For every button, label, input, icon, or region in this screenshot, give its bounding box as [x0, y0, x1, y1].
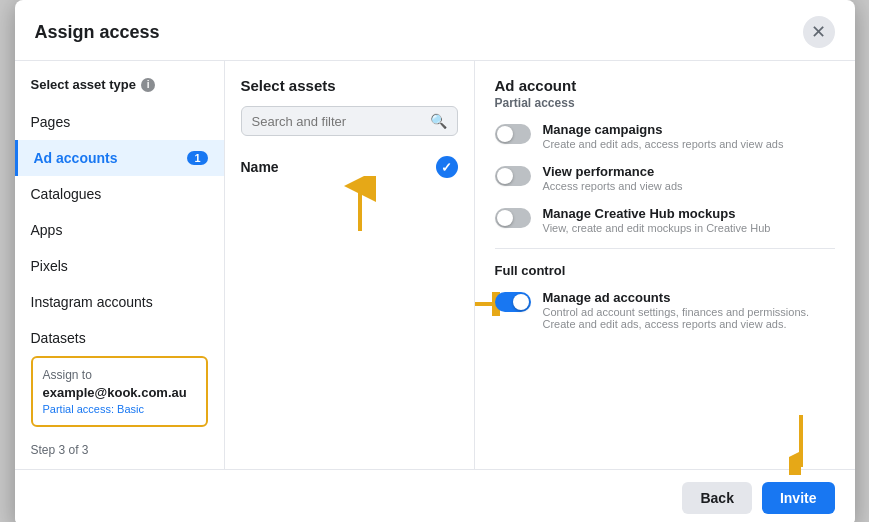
back-button[interactable]: Back: [682, 482, 751, 514]
permission-manage-campaigns: Manage campaigns Create and edit ads, ac…: [495, 122, 835, 150]
permission-view-performance: View performance Access reports and view…: [495, 164, 835, 192]
sidebar-item-pixels[interactable]: Pixels: [15, 248, 224, 284]
info-icon: i: [141, 78, 155, 92]
name-column-label: Name: [241, 159, 279, 175]
sidebar-item-ad-accounts[interactable]: Ad accounts 1: [15, 140, 224, 176]
left-panel: Select asset type i Pages Ad accounts 1 …: [15, 61, 225, 469]
sidebar-item-instagram[interactable]: Instagram accounts: [15, 284, 224, 320]
asset-type-label: Select asset type i: [15, 77, 224, 104]
perm-name-view-performance: View performance: [543, 164, 683, 179]
annotation-arrow-up: [340, 176, 380, 231]
assign-label: Assign to: [43, 368, 196, 382]
perm-desc-view-performance: Access reports and view ads: [543, 180, 683, 192]
assign-box: Assign to example@kook.com.au Partial ac…: [31, 356, 208, 427]
checkmark-icon: ✓: [436, 156, 458, 178]
perm-name-creative-hub: Manage Creative Hub mockups: [543, 206, 771, 221]
name-row: Name ✓: [225, 148, 474, 186]
sidebar-item-catalogues[interactable]: Catalogues: [15, 176, 224, 212]
perm-name-manage-ad-accounts: Manage ad accounts: [543, 290, 835, 305]
toggle-manage-campaigns[interactable]: [495, 124, 531, 144]
close-button[interactable]: ✕: [803, 16, 835, 48]
modal-title: Assign access: [35, 22, 160, 43]
toggle-manage-ad-accounts[interactable]: [495, 292, 531, 312]
search-input[interactable]: [252, 114, 430, 129]
annotation-arrow-down: [789, 415, 813, 475]
divider: [495, 248, 835, 249]
perm-name-manage-campaigns: Manage campaigns: [543, 122, 784, 137]
sidebar-item-apps[interactable]: Apps: [15, 212, 224, 248]
ad-account-title: Ad account: [495, 77, 835, 94]
toggle-creative-hub[interactable]: [495, 208, 531, 228]
modal: Assign access ✕ Select asset type i Page…: [15, 0, 855, 522]
search-icon: 🔍: [430, 113, 447, 129]
right-panel: Ad account Partial access Manage campaig…: [475, 61, 855, 469]
invite-button[interactable]: Invite: [762, 482, 835, 514]
sidebar-item-pages[interactable]: Pages: [15, 104, 224, 140]
perm-desc-manage-ad-accounts: Control ad account settings, finances an…: [543, 306, 835, 330]
modal-header: Assign access ✕: [15, 0, 855, 61]
full-control-label: Full control: [495, 263, 835, 278]
close-icon: ✕: [811, 21, 826, 43]
perm-desc-creative-hub: View, create and edit mockups in Creativ…: [543, 222, 771, 234]
select-assets-title: Select assets: [225, 77, 474, 106]
ad-accounts-badge: 1: [187, 151, 207, 165]
permission-creative-hub: Manage Creative Hub mockups View, create…: [495, 206, 835, 234]
assign-access: Partial access: Basic: [43, 403, 196, 415]
modal-body: Select asset type i Pages Ad accounts 1 …: [15, 61, 855, 469]
full-control-section: Manage ad accounts Control ad account se…: [495, 290, 835, 330]
perm-desc-manage-campaigns: Create and edit ads, access reports and …: [543, 138, 784, 150]
partial-access-label: Partial access: [495, 96, 835, 110]
step-label: Step 3 of 3: [15, 435, 224, 469]
modal-footer: Back Invite: [15, 469, 855, 522]
sidebar-item-datasets[interactable]: Datasets: [15, 320, 224, 356]
middle-panel: Select assets 🔍 Name ✓: [225, 61, 475, 469]
toggle-view-performance[interactable]: [495, 166, 531, 186]
assign-email: example@kook.com.au: [43, 385, 196, 400]
search-box[interactable]: 🔍: [241, 106, 458, 136]
